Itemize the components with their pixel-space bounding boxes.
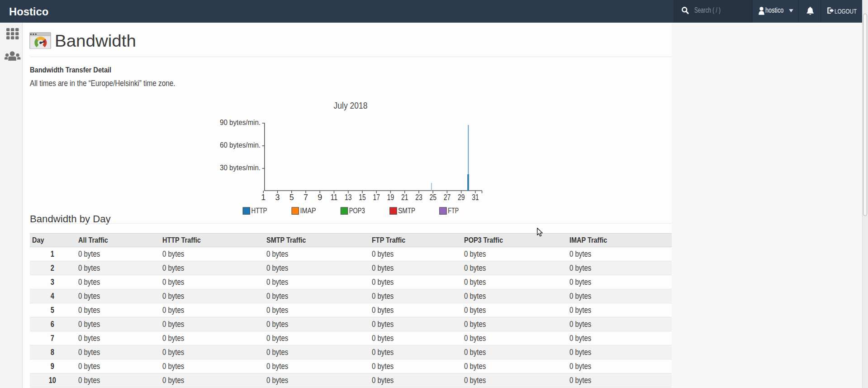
svg-text:27: 27: [444, 193, 451, 202]
svg-text:3: 3: [275, 193, 280, 202]
svg-text:17: 17: [373, 193, 380, 202]
svg-text:SMTP: SMTP: [398, 206, 415, 215]
svg-text:30 bytes/min.: 30 bytes/min.: [220, 164, 261, 172]
svg-text:25: 25: [429, 193, 436, 202]
svg-text:19: 19: [387, 193, 394, 202]
svg-text:IMAP: IMAP: [300, 206, 316, 215]
svg-text:5: 5: [289, 193, 294, 202]
svg-text:90 bytes/min.: 90 bytes/min.: [220, 119, 261, 126]
svg-text:HTTP: HTTP: [251, 206, 267, 215]
svg-text:29: 29: [458, 193, 465, 202]
svg-text:July 2018: July 2018: [334, 100, 368, 110]
svg-text:15: 15: [359, 193, 366, 202]
svg-text:9: 9: [318, 193, 322, 202]
svg-text:23: 23: [415, 193, 422, 202]
svg-text:11: 11: [331, 193, 338, 202]
svg-text:1: 1: [261, 193, 266, 202]
svg-text:21: 21: [401, 193, 408, 202]
svg-text:13: 13: [345, 193, 352, 202]
svg-text:POP3: POP3: [349, 206, 365, 215]
svg-text:FTP: FTP: [448, 206, 459, 215]
svg-text:31: 31: [472, 193, 479, 202]
svg-text:7: 7: [304, 193, 308, 202]
svg-text:60 bytes/min.: 60 bytes/min.: [220, 141, 261, 149]
